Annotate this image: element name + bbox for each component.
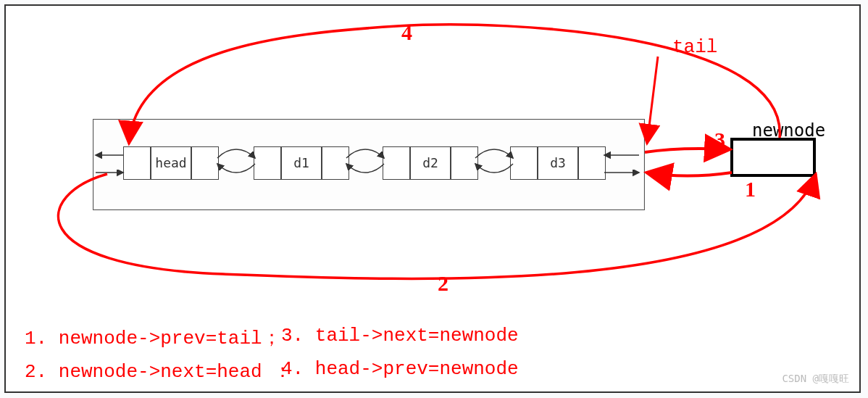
newnode-box <box>730 138 816 177</box>
tail-wrap-out-arrow <box>601 148 642 181</box>
node-d1: d1 <box>254 146 349 178</box>
annotation-num-4: 4 <box>401 20 412 45</box>
node-d1-data: d1 <box>281 146 322 180</box>
tail-label: tail <box>672 36 717 58</box>
annotation-num-3: 3 <box>714 128 725 152</box>
node-d3-data: d3 <box>538 146 578 180</box>
link-d1-d2 <box>343 145 387 178</box>
watermark: CSDN @嘎嘎旺 <box>782 373 849 386</box>
step-1: 1. newnode->prev=tail； <box>25 325 281 350</box>
step-2: 2. newnode->next=head ： <box>25 358 292 384</box>
node-d2: d2 <box>383 146 478 178</box>
newnode-label: newnode <box>752 120 825 141</box>
step-3: 3. tail->next=newnode <box>281 325 519 347</box>
link-d2-d3 <box>472 145 516 178</box>
annotation-num-1: 1 <box>745 177 756 202</box>
node-head: head <box>123 146 219 178</box>
link-head-d1 <box>214 145 258 178</box>
node-d2-data: d2 <box>410 146 451 180</box>
diagram-canvas: head d1 d2 d3 <box>4 4 861 393</box>
node-head-prev <box>123 146 151 180</box>
step-4: 4. head->prev=newnode <box>281 358 519 380</box>
node-d3: d3 <box>510 146 606 178</box>
node-head-data: head <box>151 146 191 180</box>
head-wrap-out-arrow <box>93 148 123 181</box>
annotation-num-2: 2 <box>438 271 448 296</box>
